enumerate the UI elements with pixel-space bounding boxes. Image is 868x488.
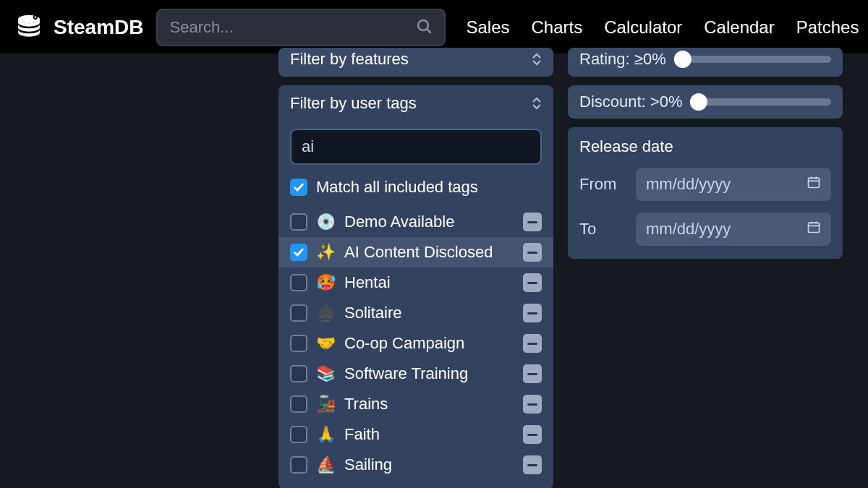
- svg-rect-5: [809, 178, 820, 187]
- release-date-title: Release date: [579, 137, 831, 156]
- filter-user-tags-panel: Filter by user tags Match all included t…: [278, 85, 553, 488]
- tag-checkbox[interactable]: [290, 304, 307, 322]
- sort-chevron-icon: [532, 97, 542, 110]
- tag-row[interactable]: 💿Demo Available: [290, 207, 542, 237]
- tag-checkbox[interactable]: [290, 456, 307, 474]
- tag-emoji-icon: ✨: [316, 243, 336, 262]
- tag-exclude-button[interactable]: [523, 243, 542, 262]
- search-icon[interactable]: [415, 17, 433, 38]
- match-all-label: Match all included tags: [316, 178, 478, 197]
- tags-search-input[interactable]: [302, 137, 530, 156]
- tag-checkbox[interactable]: [290, 426, 307, 443]
- tag-label: Trains: [344, 395, 388, 414]
- tag-label: Sailing: [344, 455, 392, 474]
- tag-label: Demo Available: [344, 213, 454, 231]
- svg-rect-9: [809, 223, 820, 232]
- tags-list: 💿Demo Available✨AI Content Disclosed🥵Hen…: [290, 207, 542, 480]
- tag-checkbox[interactable]: [290, 274, 307, 291]
- tag-exclude-button[interactable]: [523, 304, 542, 322]
- svg-point-2: [34, 17, 36, 19]
- top-nav: Sales Charts Calculator Calendar Patches: [466, 17, 859, 38]
- tag-exclude-button[interactable]: [523, 364, 542, 383]
- tag-row[interactable]: ⛵Sailing: [290, 450, 542, 480]
- discount-slider-panel: Discount: >0%: [568, 85, 843, 119]
- tag-checkbox[interactable]: [290, 213, 307, 231]
- tag-checkbox[interactable]: [290, 335, 307, 352]
- tag-emoji-icon: 📚: [316, 364, 336, 383]
- discount-slider[interactable]: [695, 98, 831, 106]
- tag-row[interactable]: 🥵Hentai: [290, 267, 542, 298]
- match-all-row[interactable]: Match all included tags: [290, 171, 542, 201]
- tag-emoji-icon: 🥵: [316, 273, 336, 292]
- svg-line-4: [427, 29, 430, 33]
- tag-emoji-icon: 🤝: [316, 334, 336, 353]
- tag-emoji-icon: 🚂: [316, 395, 336, 414]
- tag-exclude-button[interactable]: [523, 425, 542, 444]
- date-to-label: To: [579, 220, 626, 239]
- tag-label: Faith: [344, 425, 380, 444]
- search-input[interactable]: [169, 18, 415, 37]
- filter-tags-header[interactable]: Filter by user tags: [290, 94, 542, 119]
- tag-exclude-button[interactable]: [523, 273, 542, 292]
- match-all-checkbox[interactable]: [290, 179, 307, 196]
- top-header: SteamDB Sales Charts Calculator Calendar…: [0, 0, 868, 53]
- tag-row[interactable]: 📚Software Training: [290, 359, 542, 389]
- tag-emoji-icon: ♠️: [316, 304, 336, 322]
- calendar-icon[interactable]: [807, 175, 821, 194]
- brand-logo[interactable]: SteamDB: [13, 12, 143, 43]
- tag-label: Software Training: [344, 364, 468, 383]
- sort-chevron-icon: [532, 53, 542, 66]
- tag-emoji-icon: 💿: [316, 213, 336, 231]
- rating-slider-panel: Rating: ≥0%: [568, 48, 843, 77]
- tag-checkbox[interactable]: [290, 365, 307, 382]
- rating-slider[interactable]: [679, 56, 831, 63]
- discount-label: Discount: >0%: [579, 93, 682, 111]
- tag-row[interactable]: 🙏Faith: [290, 419, 542, 450]
- date-from-label: From: [579, 175, 626, 194]
- date-to-placeholder: mm/dd/yyyy: [646, 220, 731, 239]
- brand-name: SteamDB: [54, 16, 143, 39]
- tag-checkbox[interactable]: [290, 395, 307, 413]
- tag-label: Hentai: [344, 273, 391, 292]
- tag-exclude-button[interactable]: [523, 395, 542, 414]
- date-to-input[interactable]: mm/dd/yyyy: [636, 213, 831, 246]
- tag-row[interactable]: 🚂Trains: [290, 389, 542, 419]
- tag-label: Co-op Campaign: [344, 334, 464, 353]
- tag-emoji-icon: 🙏: [316, 425, 336, 444]
- nav-patches[interactable]: Patches: [796, 17, 859, 38]
- steamdb-logo-icon: [13, 12, 45, 43]
- calendar-icon[interactable]: [807, 220, 821, 239]
- tag-row[interactable]: ✨AI Content Disclosed: [278, 237, 553, 267]
- nav-sales[interactable]: Sales: [466, 17, 509, 38]
- date-from-placeholder: mm/dd/yyyy: [646, 175, 731, 194]
- nav-charts[interactable]: Charts: [532, 17, 583, 38]
- tag-exclude-button[interactable]: [523, 334, 542, 353]
- tag-emoji-icon: ⛵: [316, 455, 336, 474]
- search-input-container[interactable]: [156, 9, 446, 46]
- tag-exclude-button[interactable]: [523, 213, 542, 231]
- filter-features-collapsed[interactable]: Filter by features: [278, 48, 553, 77]
- discount-slider-thumb[interactable]: [690, 93, 707, 111]
- tag-row[interactable]: ♠️Solitaire: [290, 298, 542, 328]
- nav-calendar[interactable]: Calendar: [704, 17, 774, 38]
- tag-label: AI Content Disclosed: [344, 243, 493, 262]
- filter-features-label: Filter by features: [290, 50, 409, 69]
- tag-row[interactable]: 🤝Co-op Campaign: [290, 328, 542, 359]
- date-from-input[interactable]: mm/dd/yyyy: [636, 168, 831, 201]
- rating-label: Rating: ≥0%: [579, 50, 666, 69]
- filter-tags-label: Filter by user tags: [290, 94, 417, 113]
- rating-slider-thumb[interactable]: [674, 51, 692, 68]
- tags-search-box[interactable]: [290, 129, 542, 165]
- nav-calculator[interactable]: Calculator: [604, 17, 682, 38]
- tag-exclude-button[interactable]: [523, 455, 542, 474]
- release-date-panel: Release date From mm/dd/yyyy To mm/dd/yy…: [568, 127, 843, 259]
- tag-checkbox[interactable]: [290, 244, 307, 261]
- tag-label: Solitaire: [344, 304, 401, 322]
